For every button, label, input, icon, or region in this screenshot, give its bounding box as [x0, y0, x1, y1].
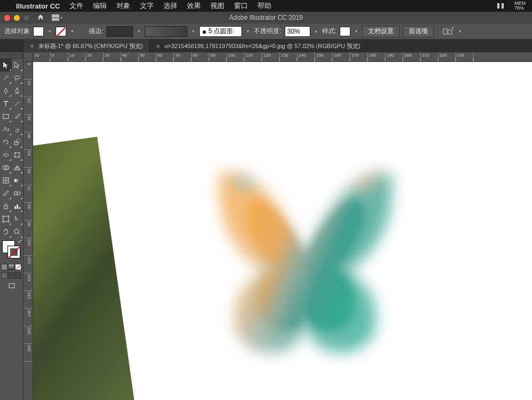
gradient-mode[interactable]: [8, 264, 14, 270]
eyedropper-tool[interactable]: [0, 187, 12, 200]
close-icon[interactable]: ×: [156, 42, 160, 50]
profile-dropdown[interactable]: ▾: [191, 29, 196, 34]
brush-dropdown[interactable]: ▾: [245, 29, 251, 34]
app-titlebar: ▾ Adobe Illustrator CC 2019: [0, 12, 532, 23]
opacity-input[interactable]: [285, 26, 310, 37]
curvature-tool[interactable]: [12, 84, 24, 97]
window-controls: [4, 15, 29, 21]
menu-view[interactable]: 视图: [210, 1, 224, 11]
none-mode[interactable]: [15, 264, 21, 270]
preferences-button[interactable]: 首选项: [403, 26, 434, 37]
stroke-weight-field[interactable]: [106, 26, 133, 37]
magic-wand-tool[interactable]: [0, 72, 12, 84]
color-mode[interactable]: [1, 264, 7, 270]
svg-rect-20: [14, 192, 17, 195]
zoom-tool[interactable]: [12, 225, 24, 238]
draw-inside[interactable]: [15, 272, 21, 279]
swap-fill-stroke-icon[interactable]: ⤢: [18, 238, 22, 244]
perspective-grid-tool[interactable]: [12, 161, 24, 174]
menu-select[interactable]: 选择: [163, 1, 177, 11]
screen-mode-row: [0, 271, 23, 280]
hand-tool[interactable]: [0, 225, 12, 238]
screen-mode-toggle[interactable]: [0, 280, 23, 292]
opacity-dropdown[interactable]: ▸: [314, 29, 319, 34]
selection-tool[interactable]: [0, 59, 12, 72]
eraser-tool[interactable]: [12, 123, 24, 136]
horizontal-ruler[interactable]: 1001020304050607080901001101201301401501…: [33, 52, 532, 62]
cloud-sync-icon[interactable]: [496, 2, 505, 10]
shape-builder-tool[interactable]: [0, 161, 12, 174]
home-icon[interactable]: [37, 13, 44, 22]
artboard-tool[interactable]: [0, 213, 12, 225]
rectangle-tool[interactable]: [0, 110, 12, 123]
document-setup-button[interactable]: 文档设置: [362, 26, 400, 37]
menu-object[interactable]: 对象: [116, 1, 130, 11]
window-minimize[interactable]: [14, 15, 20, 21]
window-maximize[interactable]: [24, 15, 29, 21]
placed-image[interactable]: [33, 137, 135, 400]
window-close[interactable]: [4, 15, 10, 21]
type-tool[interactable]: [0, 97, 12, 110]
fill-swatch[interactable]: [33, 27, 44, 36]
menu-file[interactable]: 文件: [69, 1, 83, 11]
svg-rect-2: [443, 29, 447, 34]
color-mode-row: [0, 263, 23, 271]
direct-selection-tool[interactable]: [12, 59, 24, 72]
menu-edit[interactable]: 编辑: [93, 1, 107, 11]
slice-tool[interactable]: [12, 213, 24, 225]
column-graph-tool[interactable]: [12, 200, 24, 213]
menu-effect[interactable]: 效果: [187, 1, 201, 11]
free-transform-tool[interactable]: [12, 148, 24, 161]
lasso-tool[interactable]: [12, 72, 24, 84]
close-icon[interactable]: ×: [30, 42, 34, 50]
menu-window[interactable]: 窗口: [234, 1, 248, 11]
paintbrush-tool[interactable]: [12, 110, 24, 123]
svg-point-12: [14, 156, 15, 158]
draw-behind[interactable]: [8, 272, 14, 279]
align-to-icon[interactable]: [442, 27, 454, 36]
svg-line-5: [15, 101, 19, 106]
align-dropdown[interactable]: ▾: [457, 29, 463, 34]
app-name[interactable]: Illustrator CC: [16, 2, 60, 10]
artboard[interactable]: [33, 62, 532, 400]
svg-point-13: [19, 156, 20, 158]
mesh-tool[interactable]: [0, 174, 12, 187]
gradient-tool[interactable]: [12, 174, 24, 187]
svg-rect-19: [14, 179, 20, 182]
mac-menubar: Illustrator CC 文件 编辑 对象 文字 选择 效果 视图 窗口 帮…: [0, 0, 532, 12]
rotate-tool[interactable]: [0, 136, 12, 148]
doc-tab-1-label: 未标题-1* @ 66.67% (CMYK/GPU 预览): [38, 42, 143, 50]
arrange-documents[interactable]: ▾: [52, 14, 62, 21]
blend-tool[interactable]: [12, 187, 24, 200]
vertical-ruler[interactable]: 0102030405060708090100110120130140150160: [24, 62, 33, 400]
brush-definition[interactable]: ● 5 点圆形: [199, 26, 242, 37]
graphic-style-swatch[interactable]: [340, 27, 350, 36]
workspace: ⤢ 10010203040506070809010011012013014015…: [0, 52, 532, 400]
fill-stroke-indicator[interactable]: ⤢: [0, 238, 23, 263]
fill-dropdown[interactable]: ▾: [47, 29, 52, 34]
shaper-tool[interactable]: [0, 123, 12, 136]
opacity-label: 不透明度:: [254, 27, 281, 36]
width-tool[interactable]: [0, 148, 12, 161]
pen-tool[interactable]: [0, 84, 12, 97]
symbol-sprayer-tool[interactable]: [0, 200, 12, 213]
stroke-swatch[interactable]: [56, 27, 66, 36]
doc-tab-1[interactable]: × 未标题-1* @ 66.67% (CMYK/GPU 预览): [24, 40, 150, 52]
variable-width-profile[interactable]: [145, 26, 187, 37]
doc-tab-2[interactable]: × u=3215458199,1781197903&fm=26&gp=0.jpg…: [150, 40, 367, 52]
stroke-indicator[interactable]: [7, 246, 20, 258]
butterfly-artwork[interactable]: [193, 158, 418, 366]
menu-help[interactable]: 帮助: [257, 1, 271, 11]
scale-tool[interactable]: [12, 136, 24, 148]
canvas-area: 1001020304050607080901001101201301401501…: [24, 52, 532, 400]
draw-normal[interactable]: [1, 272, 7, 279]
ruler-origin[interactable]: [24, 52, 33, 62]
stroke-weight-dropdown[interactable]: ▾: [136, 29, 142, 34]
menu-type[interactable]: 文字: [140, 1, 154, 11]
line-segment-tool[interactable]: [12, 97, 24, 110]
svg-point-27: [14, 229, 19, 233]
style-dropdown[interactable]: ▾: [354, 29, 359, 34]
stroke-dropdown[interactable]: ▾: [69, 29, 75, 34]
selection-label: 选择对象: [4, 27, 30, 36]
document-tabs: × 未标题-1* @ 66.67% (CMYK/GPU 预览) × u=3215…: [0, 40, 532, 52]
